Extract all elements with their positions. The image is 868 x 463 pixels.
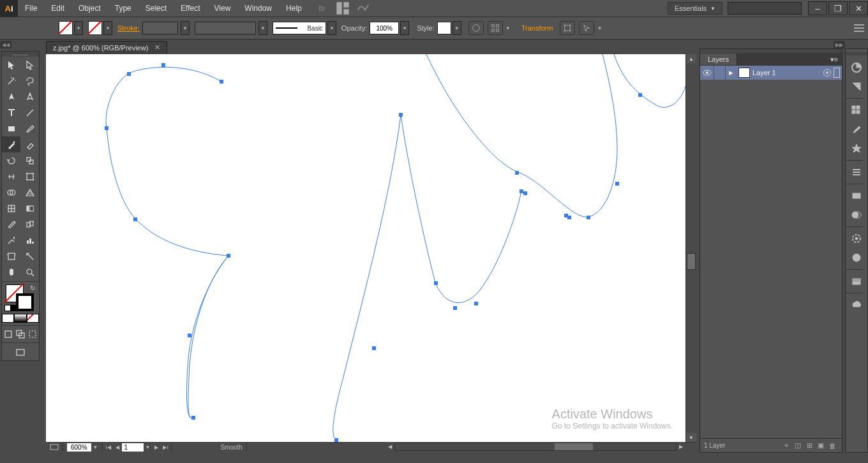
window-minimize-button[interactable]: –	[808, 1, 827, 15]
window-close-button[interactable]: ✕	[849, 1, 868, 15]
horizontal-scrollbar[interactable]: ◀ ▶	[385, 442, 685, 452]
free-transform-tool[interactable]	[20, 168, 39, 184]
swatches-panel-icon[interactable]	[845, 101, 868, 120]
cc-libraries-panel-icon[interactable]	[845, 295, 868, 314]
transparency-panel-icon[interactable]	[845, 205, 868, 224]
layers-tab[interactable]: Layers	[700, 54, 737, 65]
stroke-swatch[interactable]	[88, 21, 102, 35]
gradient-tool[interactable]	[20, 200, 39, 216]
vertical-scroll-thumb[interactable]	[687, 253, 696, 270]
menu-edit[interactable]: Edit	[44, 0, 71, 17]
stroke-panel-icon[interactable]	[845, 163, 868, 182]
menu-file[interactable]: File	[18, 0, 44, 17]
type-tool[interactable]	[2, 105, 20, 121]
zoom-dropdown[interactable]: ▼	[93, 445, 98, 450]
select-similar-dropdown[interactable]: ▼	[596, 21, 602, 35]
magic-wand-tool[interactable]	[2, 73, 20, 89]
color-mode-solid[interactable]	[2, 312, 14, 324]
menu-select[interactable]: Select	[138, 0, 174, 17]
zoom-input[interactable]: 600%	[67, 443, 91, 452]
pen-tool[interactable]	[2, 89, 20, 105]
scroll-down-button[interactable]: ▼	[686, 433, 696, 442]
layer-expand-icon[interactable]: ▶	[726, 70, 736, 76]
document-tab-close-icon[interactable]: ✕	[154, 43, 160, 52]
fill-dropdown[interactable]: ▼	[74, 21, 83, 35]
recolor-artwork-button[interactable]	[468, 21, 484, 35]
arrange-documents-icon[interactable]	[336, 3, 350, 14]
right-panels-collapse-grip[interactable]: ▶▶	[834, 41, 845, 48]
lasso-tool[interactable]	[20, 73, 39, 89]
toolbox-collapse-grip[interactable]: ◀◀	[0, 41, 11, 48]
brush-definition[interactable]: Basic	[273, 22, 326, 34]
align-button[interactable]	[488, 21, 503, 35]
graphic-styles-panel-icon[interactable]	[845, 248, 868, 267]
menu-help[interactable]: Help	[279, 0, 309, 17]
document-tab[interactable]: z.jpg* @ 600% (RGB/Preview) ✕	[46, 41, 167, 54]
fill-stroke-control[interactable]: ↻	[2, 283, 39, 312]
slice-tool[interactable]	[20, 248, 39, 264]
hscroll-left-button[interactable]: ◀	[385, 444, 394, 450]
menu-window[interactable]: Window	[237, 0, 279, 17]
iconstrip-grip[interactable]	[846, 52, 867, 55]
horizontal-scroll-thumb[interactable]	[555, 443, 593, 450]
screen-mode-button[interactable]	[2, 344, 39, 360]
eraser-tool[interactable]	[20, 136, 39, 152]
rotate-tool[interactable]	[2, 152, 20, 168]
new-layer-icon[interactable]: ▣	[815, 441, 827, 451]
smooth-tool-tool[interactable]	[2, 136, 20, 152]
rectangle-tool[interactable]	[2, 121, 20, 136]
next-artboard-button[interactable]: ▶	[152, 445, 161, 450]
menu-object[interactable]: Object	[71, 0, 108, 17]
scale-tool[interactable]	[20, 152, 39, 168]
draw-behind-icon[interactable]	[14, 328, 26, 340]
selection-tool[interactable]	[2, 57, 20, 73]
draw-normal-icon[interactable]	[2, 328, 14, 340]
stroke-weight-dropdown[interactable]: ▼	[181, 21, 190, 35]
last-artboard-button[interactable]: ▶I	[161, 445, 170, 450]
eyedropper-tool[interactable]	[2, 216, 20, 232]
line-segment-tool[interactable]	[20, 105, 39, 121]
orientation-icon[interactable]	[46, 443, 63, 452]
symbols-panel-icon[interactable]	[845, 139, 868, 158]
color-guide-panel-icon[interactable]	[845, 77, 868, 96]
variable-width-profile[interactable]	[195, 22, 256, 34]
align-dropdown[interactable]: ▼	[505, 21, 511, 35]
menu-effect[interactable]: Effect	[174, 0, 207, 17]
paintbrush-tool[interactable]	[20, 121, 39, 136]
menu-type[interactable]: Type	[108, 0, 138, 17]
style-dropdown[interactable]: ▼	[453, 21, 461, 35]
appearance-panel-icon[interactable]	[845, 229, 868, 248]
search-input[interactable]	[731, 4, 819, 12]
fill-swatch[interactable]	[59, 21, 73, 35]
direct-selection-tool[interactable]	[20, 57, 39, 73]
layer-row[interactable]: ▶ Layer 1	[700, 66, 842, 80]
curvature-pen-tool[interactable]	[20, 89, 39, 105]
layers-panel-menu-icon[interactable]: ▾≡	[830, 55, 838, 64]
prev-artboard-button[interactable]: ◀	[113, 445, 122, 450]
new-sublayer-icon[interactable]: ⊞	[804, 441, 815, 451]
canvas[interactable]: Activate Windows Go to Settings to activ…	[46, 54, 685, 442]
transform-link[interactable]: Transform	[521, 24, 553, 32]
workspace-switcher[interactable]: Essentials▼	[668, 2, 722, 15]
width-tool[interactable]	[2, 168, 20, 184]
artboard-dropdown[interactable]: ▼	[146, 445, 151, 450]
color-mode-none[interactable]	[27, 312, 39, 324]
layer-visibility-icon[interactable]	[700, 66, 714, 80]
stroke-label[interactable]: Stroke:	[117, 24, 140, 32]
color-panel-icon[interactable]	[845, 58, 868, 77]
layer-target-icon[interactable]	[823, 69, 831, 77]
color-mode-gradient[interactable]	[14, 312, 26, 324]
locate-object-icon[interactable]: ⌖	[781, 441, 792, 451]
opacity-input[interactable]: 100%	[370, 22, 399, 34]
artboard-number-input[interactable]: 1	[122, 443, 144, 452]
column-graph-tool[interactable]	[20, 232, 39, 248]
graphic-style-swatch[interactable]	[437, 22, 451, 34]
gradient-p-panel-icon[interactable]	[845, 186, 868, 205]
artboard-tool[interactable]	[2, 248, 20, 264]
mesh-tool[interactable]	[2, 200, 20, 216]
blend-tool[interactable]	[20, 216, 39, 232]
first-artboard-button[interactable]: I◀	[104, 445, 113, 450]
bridge-icon[interactable]: Br	[315, 3, 329, 14]
brush-dropdown[interactable]: ▼	[327, 21, 336, 35]
layer-name[interactable]: Layer 1	[752, 69, 776, 77]
